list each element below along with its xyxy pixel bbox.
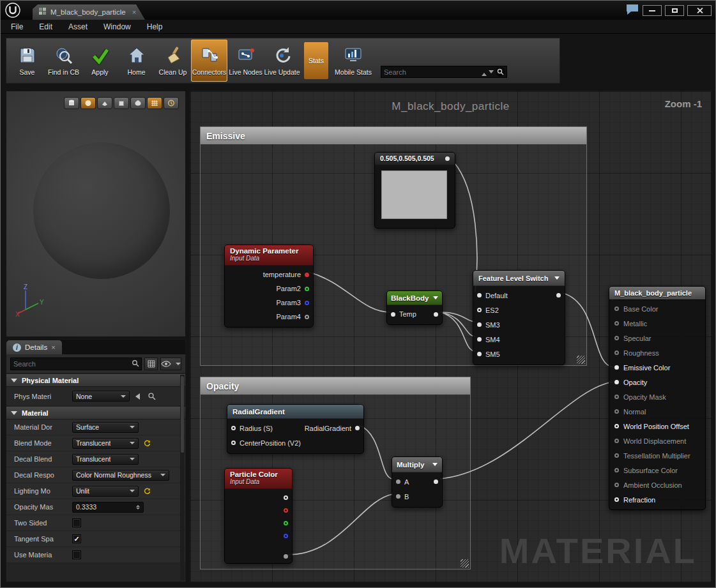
pin-row-base-color[interactable]: Base Color [609, 301, 705, 316]
opacity-mask-clip-input[interactable]: 0.3333 [72, 502, 144, 513]
input-pin[interactable] [231, 426, 236, 430]
node-feature-level-switch[interactable]: Feature Level Switch Default ES2 [473, 270, 565, 365]
input-pin[interactable] [614, 306, 619, 311]
cube-preview-button[interactable] [114, 97, 129, 109]
cylinder-preview-button[interactable] [64, 97, 79, 109]
output-pin[interactable] [434, 479, 438, 484]
input-pin[interactable] [614, 395, 619, 399]
pin-row-ambient-occlusion[interactable]: Ambient Occlusion [609, 478, 705, 492]
pin-row-tessellation-multiplier[interactable]: Tessellation Multiplier [609, 448, 705, 463]
menu-edit[interactable]: Edit [39, 22, 52, 31]
clean-up-button[interactable]: Clean Up [155, 40, 191, 82]
output-pin[interactable] [284, 521, 288, 525]
realtime-toggle-button[interactable] [164, 97, 179, 109]
pin-row-emissive-color[interactable]: Emissive Color [609, 360, 705, 375]
collapse-arrow-icon[interactable] [554, 276, 560, 280]
search-prev-icon[interactable] [482, 70, 487, 76]
find-in-cb-button[interactable]: Find in CB [45, 40, 82, 82]
input-pin[interactable] [477, 322, 482, 327]
phys-material-dropdown[interactable]: None [72, 391, 130, 402]
pin-row-world-position-offset[interactable]: World Position Offset [609, 419, 705, 433]
property-matrix-button[interactable] [144, 358, 158, 370]
output-pin[interactable] [284, 534, 288, 538]
input-pin[interactable] [614, 351, 619, 355]
lighting-mode-dropdown[interactable]: Unlit [72, 486, 139, 497]
input-pin[interactable] [614, 321, 619, 326]
search-go-button[interactable] [496, 67, 505, 77]
input-pin[interactable] [614, 336, 619, 340]
chat-bubble-icon[interactable] [625, 3, 639, 18]
search-options-icon[interactable] [489, 70, 494, 76]
comment-emissive-header[interactable]: Emissive [201, 127, 586, 144]
input-pin[interactable] [614, 453, 619, 458]
use-material-attributes-checkbox[interactable] [72, 550, 81, 559]
live-update-button[interactable]: Live Update [264, 40, 300, 82]
output-pin[interactable] [284, 495, 288, 500]
tab-close-icon[interactable]: × [132, 8, 136, 16]
maximize-button[interactable] [665, 5, 684, 16]
output-pin[interactable] [284, 508, 288, 513]
number-spinner-icon[interactable] [136, 505, 140, 509]
pin-row-roughness[interactable]: Roughness [609, 345, 705, 360]
input-pin[interactable] [396, 494, 400, 499]
toolbar-search-input[interactable] [381, 66, 482, 77]
pin-row-refraction[interactable]: Refraction [609, 492, 705, 507]
collapse-arrow-icon[interactable] [432, 463, 438, 466]
node-dynamic-parameter[interactable]: Dynamic Parameter Input Data temperature… [224, 245, 314, 328]
tangent-space-normal-checkbox[interactable]: ✓ [72, 534, 81, 543]
input-pin[interactable] [614, 468, 619, 472]
pin-row-normal[interactable]: Normal [609, 404, 705, 419]
close-button[interactable] [687, 5, 712, 16]
input-pin[interactable] [477, 308, 482, 312]
node-particle-color[interactable]: Particle Color Input Data [224, 468, 293, 564]
reset-to-default-icon[interactable] [142, 486, 152, 496]
custom-mesh-preview-button[interactable] [130, 97, 146, 109]
minimize-button[interactable] [643, 5, 662, 16]
output-pin[interactable] [445, 156, 450, 161]
menu-window[interactable]: Window [103, 22, 131, 31]
pin-row-opacity[interactable]: Opacity [609, 375, 705, 389]
home-button[interactable]: Home [118, 40, 155, 82]
input-pin[interactable] [614, 409, 619, 414]
section-physical-material[interactable]: Physical Material [6, 373, 185, 387]
input-pin[interactable] [391, 312, 395, 317]
input-pin[interactable] [477, 337, 482, 342]
browse-asset-icon[interactable] [146, 391, 156, 402]
output-pin[interactable] [284, 554, 288, 559]
output-pin[interactable] [556, 293, 561, 298]
input-pin[interactable] [614, 380, 619, 384]
comment-resize-grip[interactable] [577, 356, 585, 364]
details-tab-close-icon[interactable]: × [51, 343, 55, 351]
tab-details[interactable]: i Details × [6, 340, 62, 354]
input-pin[interactable] [477, 293, 482, 298]
connectors-button[interactable]: Connectors [191, 40, 227, 82]
reset-to-default-icon[interactable] [142, 438, 152, 448]
node-constant-vector[interactable]: 0.505,0.505,0.505 [374, 152, 455, 229]
output-pin[interactable] [355, 426, 360, 430]
apply-button[interactable]: Apply [82, 40, 118, 82]
two-sided-checkbox[interactable] [72, 518, 81, 527]
input-pin[interactable] [614, 365, 619, 370]
node-material-output[interactable]: M_black_body_particle Base Color Metalli… [609, 286, 706, 510]
input-pin[interactable] [614, 439, 619, 443]
plane-preview-button[interactable] [97, 97, 112, 109]
details-scrollbar[interactable] [180, 375, 185, 580]
input-pin[interactable] [396, 479, 400, 484]
pin-row-subsurface-color[interactable]: Subsurface Color [609, 463, 705, 478]
comment-resize-grip[interactable] [461, 559, 469, 568]
collapse-arrow-icon[interactable] [433, 296, 438, 299]
pin-row-metallic[interactable]: Metallic [609, 316, 705, 331]
pin-row-specular[interactable]: Specular [609, 331, 705, 345]
view-options-button[interactable] [160, 358, 181, 370]
pin-row-opacity-mask[interactable]: Opacity Mask [609, 389, 705, 404]
preview-viewport[interactable]: Z Y X [6, 91, 186, 337]
pin-row-world-displacement[interactable]: World Displacement [609, 433, 705, 448]
output-pin[interactable] [305, 301, 309, 305]
menu-asset[interactable]: Asset [68, 22, 88, 31]
input-pin[interactable] [614, 497, 619, 502]
output-pin[interactable] [305, 315, 309, 319]
stats-button[interactable]: Stats [304, 42, 328, 79]
node-radial-gradient[interactable]: RadialGradient Radius (S) RadialGradient… [227, 404, 364, 454]
menu-file[interactable]: File [11, 22, 23, 31]
material-graph[interactable]: M_black_body_particle Zoom -1 MATERIAL E… [190, 91, 712, 582]
